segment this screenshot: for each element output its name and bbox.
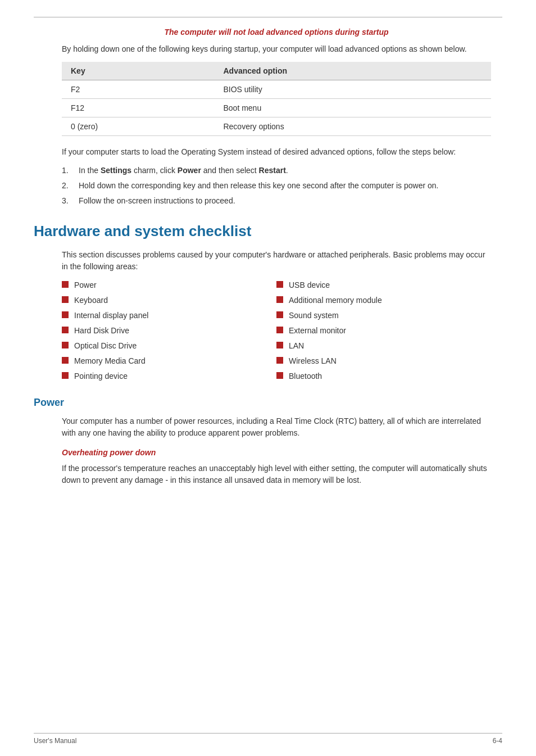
bullet-icon: [62, 311, 69, 318]
power-heading: Power: [34, 397, 502, 409]
steps-list: 1.In the Settings charm, click Power and…: [62, 165, 491, 207]
bullet-label: Power: [74, 279, 97, 291]
footer-right: 6-4: [493, 737, 502, 745]
list-item: Keyboard: [62, 295, 276, 306]
step-number: 2.: [62, 180, 79, 192]
table-cell-key: F2: [62, 80, 214, 99]
list-item: Optical Disc Drive: [62, 340, 276, 352]
bullet-label: External monitor: [289, 325, 346, 337]
list-item: Sound system: [276, 310, 491, 322]
list-item: Power: [62, 279, 276, 291]
bullet-icon: [276, 327, 283, 333]
page-footer: User's Manual 6-4: [34, 733, 502, 745]
hardware-heading: Hardware and system checklist: [34, 223, 502, 240]
col-key-header: Key: [62, 62, 214, 80]
table-cell-key: 0 (zero): [62, 117, 214, 136]
step-text: Hold down the corresponding key and then…: [79, 180, 491, 192]
power-intro: Your computer has a number of power reso…: [62, 415, 491, 439]
step-item: 1.In the Settings charm, click Power and…: [62, 165, 491, 176]
step-item: 2.Hold down the corresponding key and th…: [62, 180, 491, 192]
table-row: F2BIOS utility: [62, 80, 491, 99]
bullet-icon: [62, 342, 69, 348]
bullet-icon: [62, 357, 69, 364]
bullet-label: Sound system: [289, 310, 339, 322]
hardware-intro: This section discusses problems caused b…: [62, 249, 491, 273]
bullet-icon: [62, 372, 69, 379]
table-row: F12Boot menu: [62, 99, 491, 117]
col-option-header: Advanced option: [214, 62, 491, 80]
list-item: Bluetooth: [276, 370, 491, 382]
os-warning: If your computer starts to load the Oper…: [62, 146, 491, 158]
bullet-label: Internal display panel: [74, 310, 148, 322]
bullet-label: Hard Disk Drive: [74, 325, 129, 337]
top-divider: [34, 17, 502, 17]
footer-left: User's Manual: [34, 737, 76, 745]
list-item: Memory Media Card: [62, 355, 276, 367]
list-item: USB device: [276, 279, 491, 291]
page: The computer will not load advanced opti…: [0, 0, 536, 756]
list-item: Hard Disk Drive: [62, 325, 276, 337]
bullet-icon: [62, 296, 69, 303]
overheating-text: If the processor's temperature reaches a…: [62, 463, 491, 486]
step-text: In the Settings charm, click Power and t…: [79, 165, 491, 176]
step-number: 3.: [62, 195, 79, 207]
bullet-icon: [276, 357, 283, 364]
bullet-columns: PowerKeyboardInternal display panelHard …: [62, 279, 491, 386]
table-cell-option: Boot menu: [214, 99, 491, 117]
bullet-label: USB device: [289, 279, 330, 291]
bullet-label: Additional memory module: [289, 295, 382, 306]
bullet-label: Pointing device: [74, 370, 128, 382]
step-text: Follow the on-screen instructions to pro…: [79, 195, 491, 207]
table-cell-option: Recovery options: [214, 117, 491, 136]
list-item: Pointing device: [62, 370, 276, 382]
bullet-label: LAN: [289, 340, 304, 352]
step-item: 3.Follow the on-screen instructions to p…: [62, 195, 491, 207]
list-item: External monitor: [276, 325, 491, 337]
bullet-icon: [62, 281, 69, 288]
list-item: Wireless LAN: [276, 355, 491, 367]
bullet-label: Memory Media Card: [74, 355, 146, 367]
step-number: 1.: [62, 165, 79, 176]
table-cell-key: F12: [62, 99, 214, 117]
bullet-label: Optical Disc Drive: [74, 340, 137, 352]
bullet-icon: [276, 311, 283, 318]
bullet-icon: [62, 327, 69, 333]
intro-text: By holding down one of the following key…: [62, 43, 491, 55]
bullet-icon: [276, 281, 283, 288]
list-item: Internal display panel: [62, 310, 276, 322]
bullet-label: Keyboard: [74, 295, 108, 306]
table-cell-option: BIOS utility: [214, 80, 491, 99]
bullet-col-right: USB deviceAdditional memory moduleSound …: [276, 279, 491, 386]
overheating-heading: Overheating power down: [62, 448, 491, 457]
list-item: LAN: [276, 340, 491, 352]
bullet-label: Wireless LAN: [289, 355, 337, 367]
list-item: Additional memory module: [276, 295, 491, 306]
bullet-col-left: PowerKeyboardInternal display panelHard …: [62, 279, 276, 386]
table-row: 0 (zero)Recovery options: [62, 117, 491, 136]
bullet-icon: [276, 296, 283, 303]
bullet-icon: [276, 342, 283, 348]
bullet-icon: [276, 372, 283, 379]
options-table: Key Advanced option F2BIOS utilityF12Boo…: [62, 62, 491, 136]
section-heading: The computer will not load advanced opti…: [62, 28, 491, 37]
bullet-label: Bluetooth: [289, 370, 322, 382]
